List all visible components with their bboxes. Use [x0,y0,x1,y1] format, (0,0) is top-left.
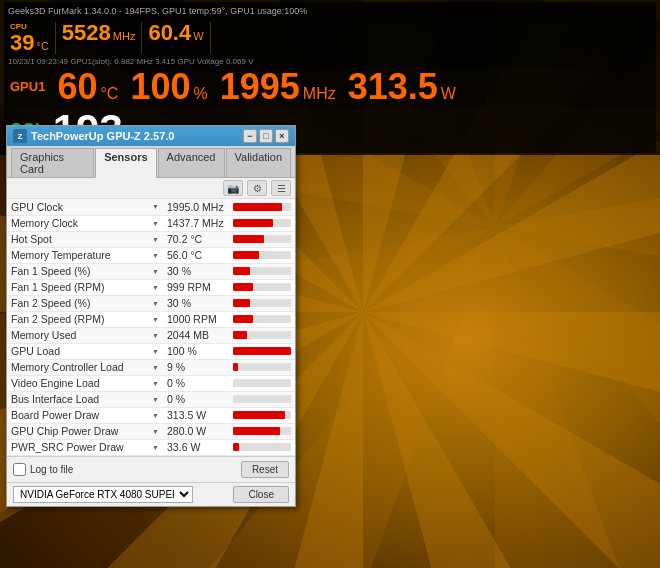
sensor-value: 33.6 W [163,439,228,455]
sensor-row: GPU Clock▼1995.0 MHz [7,199,295,215]
gpuz-window: Z TechPowerUp GPU-Z 2.57.0 − □ × Graphic… [6,125,296,507]
sensor-name: Fan 2 Speed (RPM) [7,311,148,327]
hud-detail-row: 10/23/1 09:23:49 GPU1(slot): 0.882 MHz 3… [4,56,656,67]
hud-title-text: Geeks3D FurMark 1.34.0.0 - 194FPS, GPU1 … [8,6,307,16]
sensor-row: PWR_SRC Power Draw▼33.6 W [7,439,295,455]
sensor-value: 2044 MB [163,327,228,343]
gpuz-title-left: Z TechPowerUp GPU-Z 2.57.0 [13,129,174,143]
log-to-file-row: Log to file [13,463,73,476]
sensor-bar-bg [233,267,291,275]
hud-cpu-temp-unit: °C [36,40,48,52]
sensor-name: Video Engine Load [7,375,148,391]
gpuz-menu-button[interactable]: ☰ [271,180,291,196]
sensor-value: 280.0 W [163,423,228,439]
sensor-arrow[interactable]: ▼ [148,247,163,263]
gpuz-restore-button[interactable]: □ [259,129,273,143]
sensor-bar-cell [229,407,296,423]
gpuz-sensors-scroll[interactable]: GPU Clock▼1995.0 MHzMemory Clock▼1437.7 … [7,199,295,456]
sensor-arrow[interactable]: ▼ [148,295,163,311]
sensor-bar-bg [233,203,291,211]
sensor-bar-bg [233,443,291,451]
sensor-value: 70.2 °C [163,231,228,247]
hud-cpu-clock: 5528 [62,22,111,44]
sensor-name: Fan 1 Speed (%) [7,263,148,279]
hud-cpu-block: CPU 39 °C [4,22,56,54]
tab-sensors[interactable]: Sensors [95,148,156,178]
sensor-arrow[interactable]: ▼ [148,391,163,407]
sensor-arrow[interactable]: ▼ [148,327,163,343]
log-to-file-checkbox[interactable] [13,463,26,476]
gpuz-settings-button[interactable]: ⚙ [247,180,267,196]
sensor-arrow[interactable]: ▼ [148,407,163,423]
sensor-row: Memory Used▼2044 MB [7,327,295,343]
hud-metrics-row: CPU 39 °C 5528 MHz 60.4 W [4,20,656,56]
gpuz-title-text: TechPowerUp GPU-Z 2.57.0 [31,130,174,142]
sensor-arrow[interactable]: ▼ [148,263,163,279]
sensor-arrow[interactable]: ▼ [148,423,163,439]
sensor-value: 56.0 °C [163,247,228,263]
sensor-row: Fan 1 Speed (RPM)▼999 RPM [7,279,295,295]
tab-advanced[interactable]: Advanced [158,148,225,177]
hud-gpu1-usage-group: 100 % [130,69,207,105]
tab-validation[interactable]: Validation [226,148,292,177]
sensor-name: Bus Interface Load [7,391,148,407]
sensor-row: Hot Spot▼70.2 °C [7,231,295,247]
sensor-name: PWR_SRC Power Draw [7,439,148,455]
hud-gpu1-usage: 100 [130,69,190,105]
sensor-bar-fill [233,267,250,275]
sensor-bar-fill [233,203,282,211]
sensor-bar-cell [229,247,296,263]
hud-gpu1-temp-group: 60 °C [57,69,118,105]
reset-button[interactable]: Reset [241,461,289,478]
hud-cpu-temp: 39 [10,32,34,54]
sensor-arrow[interactable]: ▼ [148,359,163,375]
sensor-value: 30 % [163,295,228,311]
sensor-arrow[interactable]: ▼ [148,375,163,391]
sensor-bar-fill [233,331,248,339]
sensor-bar-fill [233,411,285,419]
sensor-row: Memory Clock▼1437.7 MHz [7,215,295,231]
sensor-arrow[interactable]: ▼ [148,215,163,231]
sensor-arrow[interactable]: ▼ [148,279,163,295]
sensor-value: 1995.0 MHz [163,199,228,215]
tab-graphics-card[interactable]: Graphics Card [11,148,94,177]
sensor-bar-bg [233,395,291,403]
sensor-bar-bg [233,379,291,387]
hud-gpu1-power-unit: W [441,85,456,103]
gpuz-titlebar: Z TechPowerUp GPU-Z 2.57.0 − □ × [7,126,295,146]
sensor-bar-fill [233,443,240,451]
sensor-row: GPU Load▼100 % [7,343,295,359]
gpu-select[interactable]: NVIDIA GeForce RTX 4080 SUPER [13,486,193,503]
hud-gpu1-power: 313.5 [348,69,438,105]
sensor-bar-cell [229,263,296,279]
sensor-name: Memory Used [7,327,148,343]
gpuz-bottom-bar: Log to file Reset [7,456,295,482]
gpuz-close-button[interactable]: × [275,129,289,143]
sensor-arrow[interactable]: ▼ [148,343,163,359]
sensor-bar-cell [229,359,296,375]
sensor-row: Memory Controller Load▼9 % [7,359,295,375]
sensor-row: Fan 2 Speed (RPM)▼1000 RPM [7,311,295,327]
gpuz-minimize-button[interactable]: − [243,129,257,143]
gpuz-window-controls[interactable]: − □ × [243,129,289,143]
gpuz-camera-button[interactable]: 📷 [223,180,243,196]
sensor-name: Fan 2 Speed (%) [7,295,148,311]
sensor-arrow[interactable]: ▼ [148,439,163,455]
close-button[interactable]: Close [233,486,289,503]
sensor-row: Memory Temperature▼56.0 °C [7,247,295,263]
sensor-bar-bg [233,411,291,419]
sensor-arrow[interactable]: ▼ [148,199,163,215]
gpuz-footer: NVIDIA GeForce RTX 4080 SUPER Close [7,482,295,506]
hud-cpu-power: 60.4 [148,22,191,44]
hud-gpu1-power-group: 313.5 W [348,69,456,105]
sensor-bar-fill [233,427,281,435]
gpuz-sensors-table: GPU Clock▼1995.0 MHzMemory Clock▼1437.7 … [7,199,295,456]
sensor-bar-fill [233,251,259,259]
sensor-arrow[interactable]: ▼ [148,231,163,247]
sensor-arrow[interactable]: ▼ [148,311,163,327]
log-to-file-label: Log to file [30,464,73,475]
sensor-bar-cell [229,375,296,391]
sensor-bar-fill [233,363,238,371]
sensor-bar-bg [233,427,291,435]
sensor-value: 313.5 W [163,407,228,423]
